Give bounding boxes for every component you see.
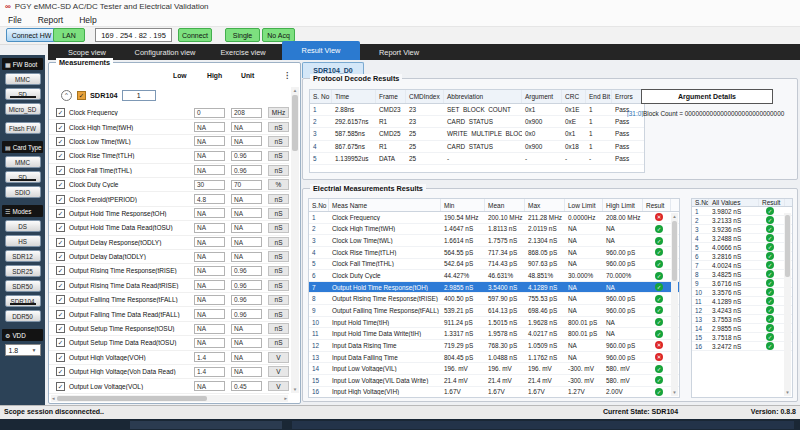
- electrical-row[interactable]: 6 Clock Duty Cycle 44.427% 46.631% 48.85…: [309, 270, 679, 282]
- electrical-row[interactable]: 7 Output Hold Time Response(tOH) 2.9855 …: [309, 282, 679, 294]
- measurement-checkbox[interactable]: [56, 180, 65, 189]
- scroll-right-icon[interactable]: ►: [284, 395, 288, 402]
- measurement-checkbox[interactable]: [56, 123, 65, 132]
- measurement-checkbox[interactable]: [56, 252, 65, 261]
- high-limit-input[interactable]: 0.96: [231, 280, 262, 290]
- measurement-checkbox[interactable]: [56, 151, 65, 160]
- ip-address-input[interactable]: 169 . 254 . 82 . 195: [95, 28, 172, 42]
- no-acq-button[interactable]: No Acq: [262, 28, 295, 42]
- sidebar-button[interactable]: SDR104: [5, 295, 41, 307]
- electrical-row[interactable]: 11 Input Hold Time Data Write(tIH) 1.331…: [309, 328, 679, 340]
- collapse-icon[interactable]: ^: [61, 90, 72, 101]
- menu-item[interactable]: Help: [71, 15, 104, 25]
- low-limit-input[interactable]: NA: [194, 208, 225, 218]
- protocol-row[interactable]: 2 292.6157ns R1 23 CARD_STATUS 0x900 0xE…: [310, 116, 644, 128]
- scroll-left-icon[interactable]: ◄: [51, 395, 55, 402]
- all-values-row[interactable]: 4 3.2488 nS: [692, 234, 792, 243]
- high-limit-input[interactable]: 0.96: [231, 151, 262, 161]
- lan-button[interactable]: LAN: [53, 28, 85, 42]
- low-limit-input[interactable]: NA: [194, 252, 225, 262]
- low-limit-input[interactable]: 4.8: [194, 194, 225, 204]
- scrollbar-thumb[interactable]: [785, 215, 790, 277]
- low-limit-input[interactable]: NA: [194, 223, 225, 233]
- electrical-row[interactable]: 14 Input Low Voltage(VIL) 196. mV 196. m…: [309, 363, 679, 375]
- measurement-checkbox[interactable]: [56, 137, 65, 146]
- all-values-row[interactable]: 2 3.2133 nS: [692, 216, 792, 225]
- measurement-checkbox[interactable]: [56, 295, 65, 304]
- vertical-scrollbar[interactable]: ▼: [784, 213, 791, 396]
- sidebar-button[interactable]: Micro_SD: [5, 103, 41, 115]
- high-limit-input[interactable]: NA: [231, 208, 262, 218]
- all-values-row[interactable]: 3 3.9236 nS: [692, 225, 792, 234]
- scrollbar-thumb[interactable]: [292, 95, 298, 151]
- sidebar-button[interactable]: MMC: [5, 73, 41, 85]
- electrical-row[interactable]: 4 Clock Rise Time(tTLH) 564.55 pS 717.34…: [309, 247, 679, 259]
- view-tab[interactable]: Result View: [282, 41, 360, 60]
- low-limit-input[interactable]: NA: [194, 237, 225, 247]
- scroll-up-icon[interactable]: ▲: [291, 88, 299, 93]
- sidebar-button[interactable]: SDR50: [5, 280, 41, 292]
- group-checkbox[interactable]: [77, 91, 86, 100]
- low-limit-input[interactable]: NA: [194, 295, 225, 305]
- sidebar-button[interactable]: MMC: [5, 156, 41, 168]
- high-limit-input[interactable]: NA: [231, 136, 262, 146]
- low-limit-input[interactable]: NA: [194, 122, 225, 132]
- measurement-checkbox[interactable]: [56, 238, 65, 247]
- high-limit-input[interactable]: NA: [231, 122, 262, 132]
- low-limit-input[interactable]: NA: [194, 165, 225, 175]
- measurement-checkbox[interactable]: [56, 324, 65, 333]
- sidebar-button[interactable]: SD: [5, 88, 41, 100]
- electrical-row[interactable]: 9 Output Falling Time Response(tFALL) 53…: [309, 305, 679, 317]
- all-values-row[interactable]: 16 3.2472 nS: [692, 342, 792, 351]
- measurement-checkbox[interactable]: [56, 353, 65, 362]
- electrical-row[interactable]: 5 Clock Fall Time(tTHL) 542.64 pS 714.43…: [309, 259, 679, 271]
- measurement-checkbox[interactable]: [56, 310, 65, 319]
- all-values-row[interactable]: 1 3.9802 nS: [692, 207, 792, 216]
- scrollbar-thumb[interactable]: [57, 396, 207, 401]
- low-limit-input[interactable]: NA: [194, 266, 225, 276]
- measurement-checkbox[interactable]: [56, 223, 65, 232]
- protocol-row[interactable]: 1 2.88ns CMD23 23 SET_BLOCK_COUNT 0x1 0x…: [310, 104, 644, 116]
- measurement-checkbox[interactable]: [56, 108, 65, 117]
- measurement-checkbox[interactable]: [56, 195, 65, 204]
- electrical-row[interactable]: 2 Clock High Time(tWH) 1.4647 nS 1.8113 …: [309, 224, 679, 236]
- sidebar-button[interactable]: SDR25: [5, 265, 41, 277]
- electrical-row[interactable]: 1 Clock Frequency 190.54 MHz 200.10 MHz …: [309, 212, 679, 224]
- electrical-row[interactable]: 16 Input High Voltage(VIH) 1.67V 1.67V 1…: [309, 387, 679, 398]
- low-limit-input[interactable]: 1.4: [194, 352, 225, 362]
- sidebar-button[interactable]: HS: [5, 235, 41, 247]
- low-limit-input[interactable]: 0: [194, 108, 225, 118]
- high-limit-input[interactable]: 0.96: [231, 266, 262, 276]
- low-limit-input[interactable]: NA: [194, 381, 225, 391]
- high-limit-input[interactable]: 0.96: [231, 295, 262, 305]
- menu-item[interactable]: Report: [30, 15, 72, 25]
- horizontal-scrollbar[interactable]: ◄ ►: [51, 395, 288, 402]
- high-limit-input[interactable]: NA: [231, 352, 262, 362]
- scroll-up-icon[interactable]: ▲: [671, 214, 678, 219]
- protocol-row[interactable]: 3 587.585ns CMD25 25 WRITE_MULTIPLE_BLOC…: [310, 128, 644, 140]
- high-limit-input[interactable]: 0.96: [231, 165, 262, 175]
- sidebar-button[interactable]: DS: [5, 220, 41, 232]
- high-limit-input[interactable]: 0.96: [231, 309, 262, 319]
- low-limit-input[interactable]: NA: [194, 280, 225, 290]
- high-limit-input[interactable]: NA: [231, 324, 262, 334]
- sidebar-button[interactable]: SDR12: [5, 250, 41, 262]
- single-button[interactable]: Single: [225, 28, 260, 42]
- vertical-scrollbar[interactable]: ▲ ▼: [291, 87, 299, 393]
- vertical-scrollbar[interactable]: ▲ ▼: [671, 213, 678, 396]
- sidebar-button[interactable]: DDR50: [5, 310, 41, 322]
- high-limit-input[interactable]: 0.45: [231, 381, 262, 391]
- high-limit-input[interactable]: NA: [231, 223, 262, 233]
- high-limit-input[interactable]: NA: [231, 338, 262, 348]
- measurement-checkbox[interactable]: [56, 281, 65, 290]
- low-limit-input[interactable]: NA: [194, 309, 225, 319]
- low-limit-input[interactable]: NA: [194, 324, 225, 334]
- electrical-row[interactable]: 13 Input Data Falling Time 804.45 pS 1.0…: [309, 352, 679, 364]
- all-values-row[interactable]: 11 4.1289 nS: [692, 297, 792, 306]
- menu-dots-icon[interactable]: ⋮: [283, 71, 291, 80]
- sidebar-button[interactable]: SDIO: [5, 186, 41, 198]
- all-values-row[interactable]: 12 3.4243 nS: [692, 306, 792, 315]
- low-limit-input[interactable]: NA: [194, 151, 225, 161]
- electrical-row[interactable]: 8 Output Rising Time Response(tRISE) 400…: [309, 293, 679, 305]
- measurement-checkbox[interactable]: [56, 166, 65, 175]
